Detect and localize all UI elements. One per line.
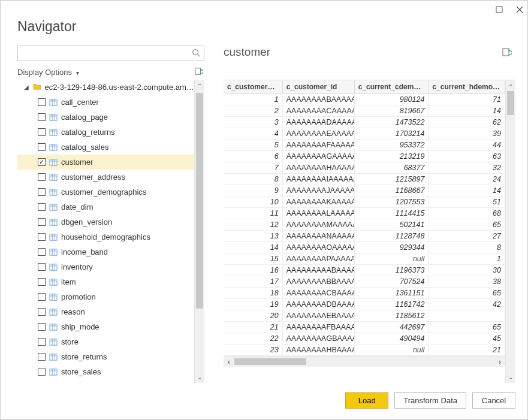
grid-vertical-scrollbar[interactable]: ⌃ ⌄ (505, 80, 515, 383)
window-close-icon[interactable] (515, 5, 524, 14)
tree-item-catalog_sales[interactable]: catalog_sales (17, 140, 194, 155)
tree-item-customer_address[interactable]: customer_address (17, 170, 194, 185)
tree-item-checkbox[interactable] (38, 203, 46, 211)
scroll-left-icon[interactable]: ‹ (224, 358, 234, 366)
table-row[interactable]: 13AAAAAAAANAAAAAAA112874827 (224, 231, 505, 242)
cancel-button[interactable]: Cancel (472, 392, 515, 409)
tree-item-dbgen_version[interactable]: dbgen_version (17, 214, 194, 229)
tree-vertical-scrollbar[interactable]: ⌃ ⌄ (194, 80, 204, 383)
search-icon[interactable] (192, 49, 200, 59)
cell (429, 310, 505, 321)
table-row[interactable]: 2AAAAAAAACAAAAAAA81966714 (224, 105, 505, 117)
tree-item-reason[interactable]: reason (17, 304, 194, 319)
search-input[interactable] (22, 49, 192, 58)
refresh-icon[interactable] (195, 67, 203, 77)
tree-item-checkbox[interactable] (38, 113, 46, 121)
cell: AAAAAAAADBAAAAAA (283, 299, 355, 310)
tree-item-ship_mode[interactable]: ship_mode (17, 319, 194, 334)
tree-item-date_dim[interactable]: date_dim (17, 200, 194, 214)
preview-options-icon[interactable] (502, 47, 512, 59)
tree-item-checkbox[interactable] (38, 143, 46, 151)
tree-item-checkbox[interactable] (38, 248, 46, 256)
table-row[interactable]: 16AAAAAAAAABAAAAAA119637330 (224, 265, 505, 276)
data-grid-header: c_customer_skc_customer_idc_current_cdem… (224, 80, 505, 94)
scrollbar-thumb[interactable] (234, 358, 306, 365)
tree-item-checkbox[interactable] (38, 173, 46, 181)
display-options-dropdown[interactable]: Display Options ▾ (17, 68, 79, 77)
grid-horizontal-scrollbar[interactable]: ‹ › (224, 356, 505, 367)
table-row[interactable]: 23AAAAAAAAHBAAAAAAnull21 (224, 345, 505, 356)
scroll-down-icon[interactable]: ⌄ (506, 372, 515, 382)
tree-item-catalog_page[interactable]: catalog_page (17, 110, 194, 125)
tree-item-checkbox[interactable] (38, 278, 46, 286)
column-header-c_current_cdemo_sk[interactable]: c_current_cdemo_sk (355, 80, 429, 93)
tree-item-checkbox[interactable] (38, 128, 46, 136)
tree-item-checkbox[interactable] (38, 323, 46, 331)
column-header-c_customer_sk[interactable]: c_customer_sk (224, 80, 283, 93)
tree-item-customer_demographics[interactable]: customer_demographics (17, 185, 194, 200)
table-row[interactable]: 22AAAAAAAAGBAAAAAA49049445 (224, 333, 505, 345)
table-row[interactable]: 14AAAAAAAAOAAAAAAA9293448 (224, 242, 505, 253)
table-row[interactable]: 19AAAAAAAADBAAAAAA116174242 (224, 299, 505, 310)
scrollbar-thumb[interactable] (507, 91, 514, 115)
tree-item-checkbox[interactable] (38, 308, 46, 316)
tree-item-checkbox[interactable] (38, 338, 46, 346)
tree-item-checkbox[interactable] (38, 368, 46, 376)
scroll-right-icon[interactable]: › (494, 358, 505, 366)
svg-rect-16 (50, 129, 57, 131)
table-row[interactable]: 15AAAAAAAAPAAAAAAAnull1 (224, 253, 505, 265)
cell: 14 (224, 242, 283, 253)
tree-item-inventory[interactable]: inventory (17, 259, 194, 274)
transform-data-button[interactable]: Transform Data (394, 392, 466, 409)
window-restore-icon[interactable] (495, 5, 503, 14)
tree-item-store_sales[interactable]: store_sales (17, 364, 194, 379)
cell: 9 (224, 185, 283, 196)
tree-item-household_demographics[interactable]: household_demographics (17, 229, 194, 244)
scroll-down-icon[interactable]: ⌄ (195, 372, 204, 382)
table-row[interactable]: 3AAAAAAAADAAAAAAA147352262 (224, 117, 505, 128)
load-button[interactable]: Load (345, 392, 388, 409)
svg-rect-2 (195, 68, 201, 75)
table-row[interactable]: 21AAAAAAAAFBAAAAAA44269765 (224, 322, 505, 333)
tree-item-checkbox[interactable] (38, 263, 46, 271)
tree-item-income_band[interactable]: income_band (17, 244, 194, 259)
scroll-up-icon[interactable]: ⌃ (506, 81, 515, 91)
tree-item-catalog_returns[interactable]: catalog_returns (17, 125, 194, 140)
table-row[interactable]: 12AAAAAAAAMAAAAAAA50214165 (224, 219, 505, 231)
tree-item-checkbox[interactable] (38, 158, 46, 166)
tree-root-node[interactable]: ◢ ec2-3-129-148-86.us-east-2.compute.ama… (17, 80, 194, 95)
table-row[interactable]: 11AAAAAAAALAAAAAAA111441568 (224, 208, 505, 219)
column-header-c_current_hdemo_sk[interactable]: c_current_hdemo_sk (429, 80, 505, 93)
tree-item-label: store (61, 337, 79, 346)
column-header-c_customer_id[interactable]: c_customer_id (283, 80, 355, 93)
tree-item-checkbox[interactable] (38, 218, 46, 226)
tree-item-checkbox[interactable] (38, 233, 46, 241)
table-row[interactable]: 1AAAAAAAABAAAAAAA98012471 (224, 94, 505, 105)
tree-item-promotion[interactable]: promotion (17, 289, 194, 304)
tree-item-item[interactable]: item (17, 274, 194, 289)
table-row[interactable]: 20AAAAAAAAEBAAAAAA1185612 (224, 310, 505, 322)
table-row[interactable]: 6AAAAAAAAGAAAAAAA21321963 (224, 151, 505, 162)
tree-item-store[interactable]: store (17, 334, 194, 349)
table-row[interactable]: 8AAAAAAAAIAAAAAAA121589724 (224, 174, 505, 185)
tree-item-call_center[interactable]: call_center (17, 95, 194, 110)
collapse-icon[interactable]: ◢ (23, 84, 29, 90)
table-row[interactable]: 18AAAAAAAACBAAAAAA136115165 (224, 288, 505, 299)
table-row[interactable]: 10AAAAAAAAKAAAAAAA120755351 (224, 197, 505, 208)
table-row[interactable]: 4AAAAAAAAEAAAAAAA170321439 (224, 128, 505, 140)
tree-item-checkbox[interactable] (38, 353, 46, 361)
tree-item-checkbox[interactable] (38, 293, 46, 301)
cell: 38 (429, 276, 505, 287)
table-row[interactable]: 5AAAAAAAAFAAAAAAA95337244 (224, 140, 505, 151)
tree-item-checkbox[interactable] (38, 188, 46, 196)
table-row[interactable]: 9AAAAAAAAJAAAAAAA116866714 (224, 185, 505, 197)
display-options-label: Display Options (17, 68, 72, 77)
table-row[interactable]: 17AAAAAAAABBAAAAAA70752438 (224, 276, 505, 288)
search-input-container[interactable] (17, 46, 204, 61)
tree-item-checkbox[interactable] (38, 98, 46, 106)
scrollbar-thumb[interactable] (196, 93, 203, 309)
tree-item-customer[interactable]: customer (17, 155, 194, 170)
table-row[interactable]: 7AAAAAAAAHAAAAAAA6837732 (224, 162, 505, 174)
scroll-up-icon[interactable]: ⌃ (195, 81, 204, 90)
tree-item-store_returns[interactable]: store_returns (17, 349, 194, 364)
